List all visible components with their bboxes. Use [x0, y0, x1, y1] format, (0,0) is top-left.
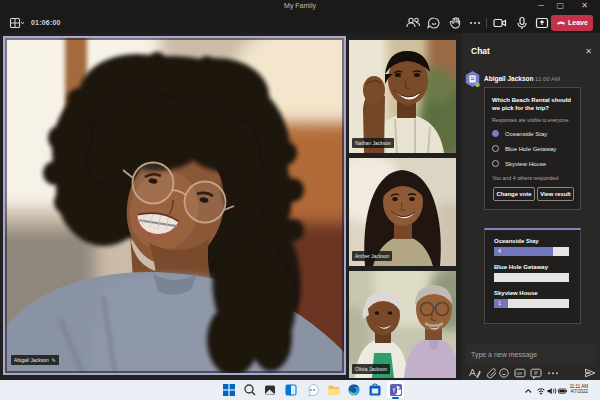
- svg-text:GIF: GIF: [516, 372, 523, 376]
